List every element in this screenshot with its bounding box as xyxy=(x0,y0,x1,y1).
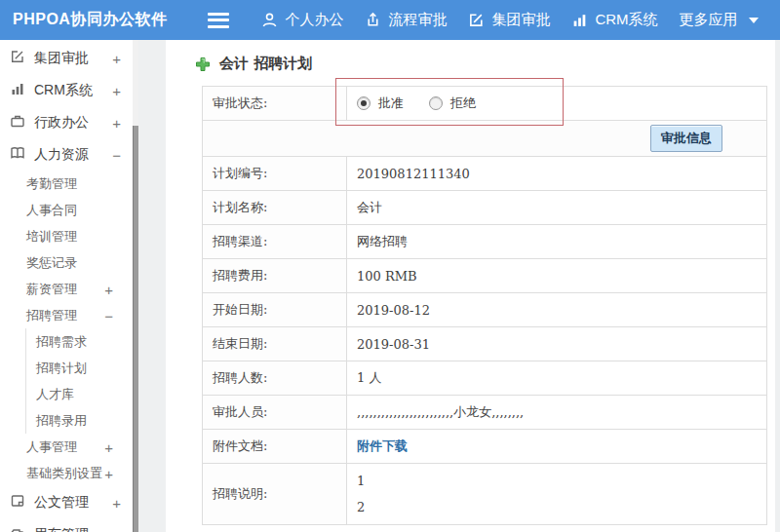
recruit-submenu: 招聘需求 招聘计划 人才库 招聘录用 xyxy=(25,328,133,434)
bar-chart-icon xyxy=(10,81,25,99)
sidebar-item-base-category-settings[interactable]: 基础类别设置 + xyxy=(0,460,133,486)
expand-icon: + xyxy=(112,82,121,98)
field-value: 2019-08-12 xyxy=(347,293,767,327)
button-row: 审批信息 xyxy=(203,121,767,157)
field-value: ,,,,,,,,,,,,,,,,,,,,,,,,小龙女,,,,,,,, xyxy=(347,396,767,430)
nav-label: CRM系统 xyxy=(595,11,657,29)
sidebar-item-vehicle-mgmt[interactable]: 用车管理 + xyxy=(0,518,133,532)
sidebar-item-attendance-mgmt[interactable]: 考勤管理 xyxy=(0,171,133,197)
field-label: 招聘人数: xyxy=(203,361,347,396)
car-icon xyxy=(10,525,25,532)
nav-crm-system[interactable]: CRM系统 xyxy=(561,0,668,40)
briefcase-icon xyxy=(10,113,25,132)
sidebar-item-document-mgmt[interactable]: 公文管理 + xyxy=(0,486,133,518)
field-value: 100 RMB xyxy=(347,259,767,293)
hamburger-menu-icon[interactable] xyxy=(208,13,229,28)
status-row: 审批状态: 批准 拒绝 xyxy=(203,87,767,121)
field-value: 会计 xyxy=(347,191,767,225)
sidebar-item-recruit-plan[interactable]: 招聘计划 xyxy=(26,355,133,381)
sidebar-item-admin-office[interactable]: 行政办公 + xyxy=(0,106,133,138)
scrollbar-thumb[interactable] xyxy=(133,126,138,532)
table-row: 招聘费用: 100 RMB xyxy=(203,259,767,293)
expand-icon: + xyxy=(112,494,121,511)
expand-icon: + xyxy=(112,114,121,131)
recruit-plan-form: 审批状态: 批准 拒绝 审批信息 计划编号: xyxy=(202,86,767,525)
approval-status-radios: 批准 拒绝 xyxy=(357,95,757,112)
field-value: 2019-08-31 xyxy=(347,327,767,361)
field-value: 1 人 xyxy=(347,361,767,396)
sidebar-item-recruit-mgmt[interactable]: 招聘管理 − xyxy=(0,302,133,328)
radio-button-icon[interactable] xyxy=(357,96,370,110)
field-label: 招聘渠道: xyxy=(203,225,347,259)
caret-down-icon xyxy=(749,18,759,23)
book-icon xyxy=(10,145,25,164)
table-row: 招聘人数: 1 人 xyxy=(203,361,767,396)
sidebar-scrollbar[interactable] xyxy=(133,40,138,532)
nav-label: 集团审批 xyxy=(491,11,550,29)
radio-reject[interactable]: 拒绝 xyxy=(429,95,476,112)
sidebar-item-training-mgmt[interactable]: 培训管理 xyxy=(0,223,133,249)
edit-icon xyxy=(468,12,485,28)
nav-personal-office[interactable]: 个人办公 xyxy=(251,0,354,40)
field-label: 计划名称: xyxy=(203,191,347,225)
nav-label: 个人办公 xyxy=(285,11,343,29)
sidebar-item-recruit-demand[interactable]: 招聘需求 xyxy=(26,328,133,355)
expand-icon: + xyxy=(104,465,113,481)
radio-button-icon[interactable] xyxy=(429,96,443,110)
sidebar: 集团审批 + CRM系统 + 行政办公 + 人力资源 − 考勤管理 xyxy=(0,40,133,532)
table-row: 计划名称: 会计 xyxy=(203,191,767,225)
table-row: 审批人员: ,,,,,,,,,,,,,,,,,,,,,,,,小龙女,,,,,,,… xyxy=(203,396,767,430)
top-nav: 个人办公 流程审批 集团审批 xyxy=(251,0,768,40)
field-value: 20190812111340 xyxy=(347,157,767,191)
expand-icon: + xyxy=(104,438,113,455)
attachment-download-link[interactable]: 附件下载 xyxy=(357,438,408,453)
sidebar-item-group-approval[interactable]: 集团审批 + xyxy=(0,42,133,74)
main-content: 会计 招聘计划 审批状态: 批准 拒绝 审批信息 xyxy=(166,40,775,532)
table-row: 计划编号: 20190812111340 xyxy=(203,157,767,191)
upload-icon xyxy=(365,12,381,28)
field-value: 网络招聘 xyxy=(347,225,767,259)
bar-chart-icon xyxy=(571,12,588,28)
table-row: 开始日期: 2019-08-12 xyxy=(203,293,767,327)
document-icon xyxy=(10,493,25,512)
table-row: 结束日期: 2019-08-31 xyxy=(203,327,767,361)
collapse-icon: − xyxy=(112,146,121,163)
field-label: 附件文档: xyxy=(203,430,347,464)
expand-icon: + xyxy=(104,281,113,297)
radio-approve[interactable]: 批准 xyxy=(357,95,404,112)
person-icon xyxy=(261,12,278,28)
expand-icon: + xyxy=(112,50,121,66)
sidebar-item-hr-contract[interactable]: 人事合同 xyxy=(0,197,133,223)
topbar: PHPOA协同办公软件 个人办公 流程审批 xyxy=(0,0,780,40)
nav-more-apps[interactable]: 更多应用 xyxy=(669,0,769,40)
sidebar-item-human-resources[interactable]: 人力资源 − xyxy=(0,138,133,171)
field-label: 审批状态: xyxy=(203,87,347,121)
field-value: 1 2 xyxy=(347,464,767,525)
field-label: 招聘费用: xyxy=(203,259,347,293)
expand-icon: + xyxy=(112,526,121,532)
sidebar-item-crm[interactable]: CRM系统 + xyxy=(0,74,133,106)
nav-label: 更多应用 xyxy=(680,11,738,29)
table-row: 附件文档: 附件下载 xyxy=(203,430,767,464)
plus-icon xyxy=(195,57,211,72)
edit-icon xyxy=(10,49,25,67)
sidebar-item-salary-mgmt[interactable]: 薪资管理 + xyxy=(0,276,133,302)
nav-label: 流程审批 xyxy=(388,11,447,29)
sidebar-item-recruit-hiring[interactable]: 招聘录用 xyxy=(26,407,133,434)
field-label: 审批人员: xyxy=(203,396,347,430)
field-label: 计划编号: xyxy=(203,157,347,191)
field-label: 招聘说明: xyxy=(203,464,347,525)
sidebar-item-talent-pool[interactable]: 人才库 xyxy=(26,381,133,407)
field-label: 开始日期: xyxy=(203,293,347,327)
sidebar-item-personnel-mgmt[interactable]: 人事管理 + xyxy=(0,434,133,460)
page-title-text: 会计 招聘计划 xyxy=(219,55,312,73)
table-row: 招聘说明: 1 2 xyxy=(203,464,767,525)
table-row: 招聘渠道: 网络招聘 xyxy=(203,225,767,259)
collapse-icon: − xyxy=(104,307,113,323)
approval-info-button[interactable]: 审批信息 xyxy=(650,125,722,152)
nav-workflow-approval[interactable]: 流程审批 xyxy=(354,0,457,40)
sidebar-item-reward-records[interactable]: 奖惩记录 xyxy=(0,249,133,276)
field-label: 结束日期: xyxy=(203,327,347,361)
page-title: 会计 招聘计划 xyxy=(166,40,775,73)
nav-group-approval[interactable]: 集团审批 xyxy=(457,0,561,40)
